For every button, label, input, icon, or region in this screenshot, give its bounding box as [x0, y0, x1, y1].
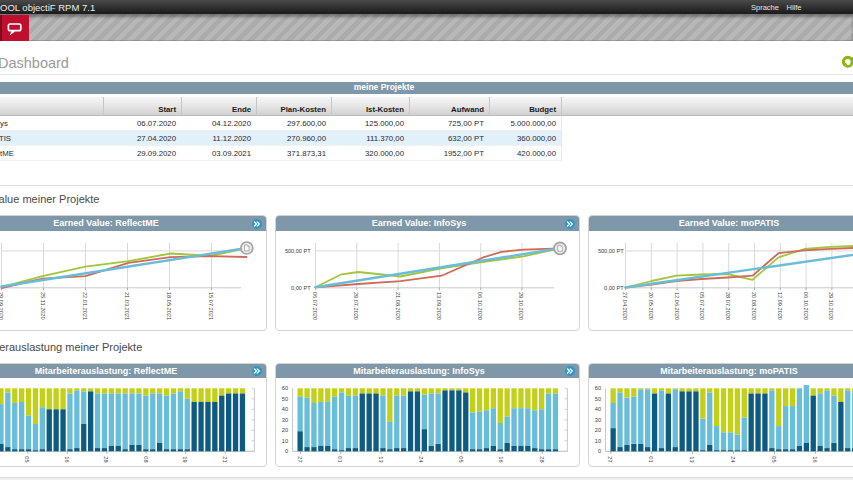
svg-text:29.07.2020: 29.07.2020	[353, 292, 359, 320]
svg-text:16.11.2020: 16.11.2020	[63, 456, 69, 463]
svg-text:500,00 PT: 500,00 PT	[597, 248, 623, 254]
svg-text:18.05.2021: 18.05.2021	[165, 292, 171, 320]
svg-text:06.07.2020: 06.07.2020	[311, 292, 317, 320]
svg-text:28.12.2020: 28.12.2020	[103, 456, 109, 463]
svg-text:25.11.2020: 25.11.2020	[39, 292, 45, 320]
svg-text:0: 0	[284, 448, 287, 454]
svg-text:30: 30	[594, 417, 600, 423]
svg-text:27.04.2020: 27.04.2020	[296, 456, 302, 463]
svg-text:15.07.2021: 15.07.2021	[207, 292, 213, 320]
svg-text:06.10.2020: 06.10.2020	[477, 292, 483, 320]
svg-text:22.01.2021: 22.01.2021	[81, 292, 87, 320]
svg-text:21.03.2021: 21.03.2021	[123, 292, 129, 320]
svg-text:24.08.2020: 24.08.2020	[417, 456, 423, 463]
svg-text:19.04.2021: 19.04.2021	[182, 456, 188, 463]
svg-text:06.10.2020: 06.10.2020	[802, 292, 808, 320]
svg-text:20: 20	[594, 427, 600, 433]
svg-text:05.10.2020: 05.10.2020	[458, 456, 464, 463]
svg-text:10: 10	[281, 438, 287, 444]
svg-text:0,00 PT: 0,00 PT	[604, 285, 624, 291]
svg-text:50: 50	[281, 396, 287, 402]
svg-text:13.09.2020: 13.09.2020	[435, 292, 441, 320]
svg-text:30: 30	[281, 417, 287, 423]
svg-text:05.07.2020: 05.07.2020	[699, 292, 705, 320]
svg-text:21.08.2020: 21.08.2020	[394, 292, 400, 320]
svg-text:28.07.2020: 28.07.2020	[725, 292, 731, 320]
svg-text:40: 40	[281, 406, 287, 412]
svg-text:13.07.2020: 13.07.2020	[377, 456, 383, 463]
svg-text:40: 40	[594, 406, 600, 412]
svg-text:21.06.2021: 21.06.2021	[221, 456, 227, 463]
svg-text:20.08.2020: 20.08.2020	[750, 292, 756, 320]
svg-text:20: 20	[281, 427, 287, 433]
svg-text:29.10.2020: 29.10.2020	[828, 292, 834, 320]
svg-text:01.06.2020: 01.06.2020	[337, 456, 343, 463]
svg-text:0: 0	[597, 448, 600, 454]
svg-text:08.02.2021: 08.02.2021	[142, 456, 148, 463]
svg-text:0,00 PT: 0,00 PT	[291, 285, 311, 291]
svg-text:500,00 PT: 500,00 PT	[284, 248, 310, 254]
svg-text:12.06.2020: 12.06.2020	[673, 292, 679, 320]
svg-text:29.09.2020: 29.09.2020	[0, 292, 3, 320]
svg-text:60: 60	[281, 385, 287, 391]
svg-text:05.10.2020: 05.10.2020	[770, 456, 776, 463]
svg-text:29.10.2020: 29.10.2020	[518, 292, 524, 320]
svg-text:50: 50	[594, 396, 600, 402]
svg-text:24.08.2020: 24.08.2020	[730, 456, 736, 463]
svg-text:28.12.2020: 28.12.2020	[538, 456, 544, 463]
svg-text:27.04.2020: 27.04.2020	[621, 292, 627, 320]
svg-text:16.11.2020: 16.11.2020	[811, 456, 817, 463]
svg-text:10: 10	[594, 438, 600, 444]
svg-text:05.10.2020: 05.10.2020	[24, 456, 30, 463]
svg-text:27.04.2020: 27.04.2020	[607, 456, 613, 463]
svg-text:16.11.2020: 16.11.2020	[498, 456, 504, 463]
svg-text:13.07.2020: 13.07.2020	[689, 456, 695, 463]
svg-text:01.06.2020: 01.06.2020	[648, 456, 654, 463]
svg-text:12.09.2020: 12.09.2020	[776, 292, 782, 320]
svg-text:20.05.2020: 20.05.2020	[647, 292, 653, 320]
svg-text:60: 60	[594, 385, 600, 391]
